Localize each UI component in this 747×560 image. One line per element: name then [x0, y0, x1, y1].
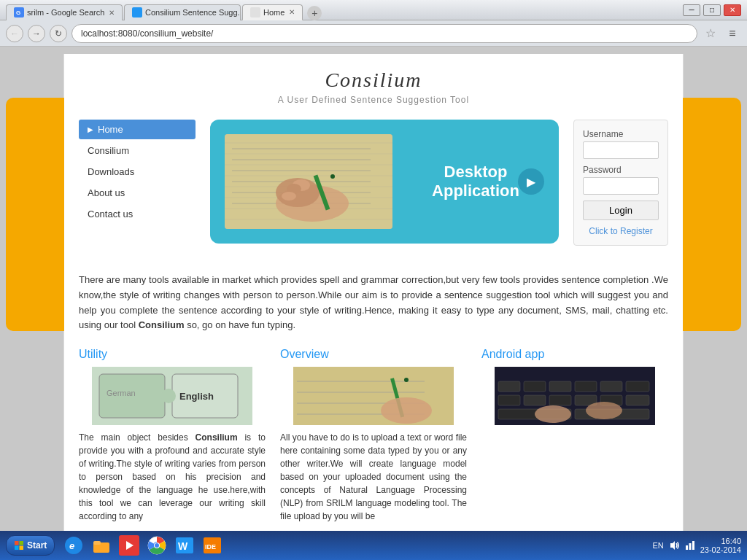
- svg-rect-35: [524, 381, 546, 392]
- taskbar-folder[interactable]: [88, 534, 115, 557]
- tab-bar: G srilm - Google Search ✕ Consilium Sent…: [6, 0, 322, 20]
- tab-google-close[interactable]: ✕: [109, 9, 115, 17]
- nav-item-downloads[interactable]: Downloads: [79, 162, 196, 182]
- svg-rect-52: [15, 546, 19, 551]
- tab-consilium-label: Consilium Sentence Sugg...: [145, 8, 241, 17]
- start-button[interactable]: Start: [6, 535, 55, 556]
- nav-link-about[interactable]: About us: [79, 183, 196, 203]
- date-display: 23-02-2014: [700, 545, 741, 554]
- hero-banner: Desktop Application ▶: [210, 120, 559, 244]
- volume-icon[interactable]: [668, 540, 680, 551]
- left-panel: Home Consilium Downloads About us Contac: [79, 120, 196, 258]
- svg-text:G: G: [16, 9, 20, 16]
- hero-play-button[interactable]: ▶: [518, 168, 544, 195]
- time-display: 16:40: [721, 537, 741, 545]
- login-button[interactable]: Login: [583, 201, 659, 220]
- right-panel: Username Password Login Click to Registe…: [573, 120, 668, 258]
- start-label: Start: [27, 540, 47, 551]
- register-link[interactable]: Click to Register: [583, 226, 659, 236]
- feature-overview: Overview: [280, 348, 467, 523]
- maximize-button[interactable]: □: [703, 4, 721, 16]
- svg-rect-70: [692, 541, 694, 550]
- tab-home-close[interactable]: ✕: [289, 8, 295, 16]
- yellow-decoration-right: [683, 98, 741, 331]
- bookmark-button[interactable]: ☆: [702, 25, 719, 42]
- hero-image-svg: [225, 134, 392, 229]
- login-panel: Username Password Login Click to Registe…: [573, 120, 668, 246]
- center-panel: Desktop Application ▶: [210, 120, 559, 258]
- windows-icon: [14, 540, 24, 551]
- svg-point-48: [535, 405, 571, 423]
- svg-rect-41: [524, 395, 546, 405]
- password-input[interactable]: [583, 177, 659, 195]
- hero-image: [225, 134, 392, 229]
- svg-rect-36: [549, 381, 571, 392]
- feature-utility-image: German English: [79, 367, 266, 425]
- yellow-decoration-left: [6, 98, 64, 331]
- minimize-button[interactable]: ─: [683, 4, 700, 16]
- address-bar[interactable]: localhost:8080/consilium_website/: [71, 24, 697, 43]
- svg-rect-69: [689, 543, 691, 550]
- description-text: There are many tools available in market…: [79, 273, 668, 333]
- tab-home[interactable]: Home ✕: [242, 4, 303, 20]
- taskbar-ie[interactable]: e: [61, 534, 87, 557]
- feature-android-image: [481, 367, 668, 425]
- play-icon: ▶: [527, 175, 535, 189]
- feature-utility-text: The main object besides Consilium is to …: [79, 431, 266, 523]
- taskbar-right: EN 16:40 23-02-2014: [652, 537, 741, 554]
- tab-consilium[interactable]: Consilium Sentence Sugg... ✕: [124, 4, 241, 20]
- word-icon: W: [174, 535, 195, 556]
- browser-chrome: G srilm - Google Search ✕ Consilium Sent…: [0, 0, 747, 47]
- username-label: Username: [583, 129, 659, 139]
- svg-rect-68: [686, 545, 688, 550]
- taskbar-chrome[interactable]: [144, 534, 170, 557]
- network-icon: [684, 540, 696, 551]
- nav-item-home[interactable]: Home: [79, 120, 196, 139]
- svg-rect-40: [498, 395, 520, 405]
- description-brand: Consilium: [139, 319, 185, 330]
- consilium-favicon: [132, 7, 142, 18]
- svg-rect-37: [575, 381, 597, 392]
- taskbar-apps: e: [61, 534, 225, 557]
- close-button[interactable]: ✕: [724, 4, 741, 16]
- taskbar-language: EN: [652, 541, 663, 550]
- menu-button[interactable]: ≡: [724, 25, 741, 42]
- taskbar-ide[interactable]: IDE: [199, 534, 225, 557]
- utility-brand: Consilium: [196, 432, 238, 443]
- nav-link-consilium[interactable]: Consilium: [79, 141, 196, 160]
- reload-button[interactable]: ↻: [50, 25, 67, 42]
- tab-google[interactable]: G srilm - Google Search ✕: [6, 4, 123, 20]
- username-input[interactable]: [583, 141, 659, 159]
- svg-rect-45: [626, 395, 649, 405]
- svg-rect-50: [15, 541, 19, 545]
- feature-android-title: Android app: [481, 348, 668, 361]
- feature-android: Android app: [481, 348, 668, 523]
- svg-point-32: [381, 397, 432, 424]
- taskbar-word[interactable]: W: [171, 534, 198, 557]
- forward-button[interactable]: →: [28, 25, 45, 42]
- svg-text:e: e: [69, 540, 74, 551]
- nav-menu: Home Consilium Downloads About us Contac: [79, 120, 196, 224]
- nav-item-about[interactable]: About us: [79, 183, 196, 203]
- new-tab-button[interactable]: +: [307, 6, 322, 20]
- ie-icon: e: [63, 535, 84, 556]
- feature-overview-image: [280, 367, 467, 425]
- back-button[interactable]: ←: [6, 25, 23, 42]
- svg-text:W: W: [178, 540, 188, 552]
- nav-link-downloads[interactable]: Downloads: [79, 162, 196, 182]
- content-area: There are many tools available in market…: [64, 273, 683, 531]
- nav-item-contact[interactable]: Contact us: [79, 204, 196, 224]
- nav-item-consilium[interactable]: Consilium: [79, 141, 196, 160]
- home-favicon: [250, 7, 260, 18]
- site-subtitle: A User Defined Sentence Suggestion Tool: [64, 95, 683, 105]
- feature-overview-text: All you have to do is to upload a text o…: [280, 431, 467, 523]
- svg-text:English: English: [179, 391, 214, 402]
- description-suffix: so, go on have fun typing.: [185, 319, 296, 330]
- svg-point-63: [155, 543, 159, 548]
- svg-text:German: German: [107, 389, 136, 397]
- nav-link-home[interactable]: Home: [79, 120, 196, 139]
- nav-link-contact[interactable]: Contact us: [79, 204, 196, 224]
- taskbar-media[interactable]: [116, 534, 142, 557]
- google-favicon: G: [14, 7, 24, 18]
- svg-point-17: [282, 192, 296, 201]
